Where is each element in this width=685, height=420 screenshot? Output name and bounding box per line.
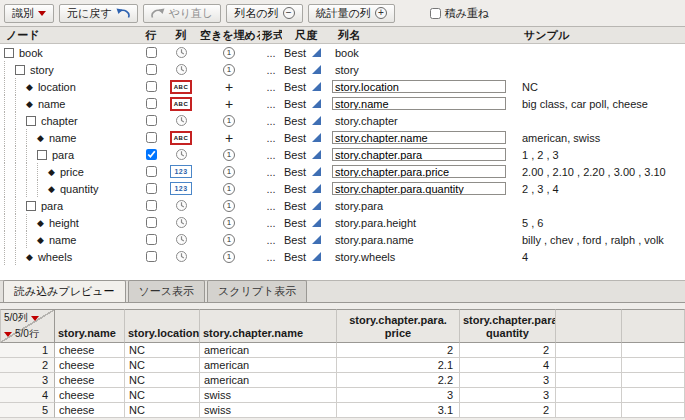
clock-icon[interactable] — [175, 63, 188, 76]
format-menu[interactable]: ... — [266, 132, 275, 144]
node-checkbox[interactable] — [15, 65, 25, 75]
character-column-icon[interactable]: ABC — [170, 131, 193, 145]
tab-import-preview[interactable]: 読み込みプレビュー — [3, 280, 126, 302]
columns-menu-icon[interactable] — [31, 316, 39, 321]
clock-icon[interactable] — [175, 233, 188, 246]
format-best-label[interactable]: Best — [284, 200, 306, 212]
format-menu[interactable]: ... — [266, 115, 275, 127]
format-best-label[interactable]: Best — [284, 115, 306, 127]
fill-first-icon[interactable]: 1 — [223, 234, 235, 246]
colname-input[interactable] — [332, 182, 506, 195]
node-checkbox[interactable] — [26, 201, 36, 211]
stats-column-button[interactable]: 統計量の列 + — [308, 4, 395, 23]
format-menu[interactable]: ... — [266, 166, 275, 178]
row-checkbox[interactable] — [146, 47, 157, 58]
continuous-scale-icon[interactable] — [312, 201, 321, 210]
row-checkbox[interactable] — [146, 98, 157, 109]
node-checkbox[interactable] — [26, 116, 36, 126]
clock-icon[interactable] — [175, 148, 188, 161]
fill-first-icon[interactable]: 1 — [223, 166, 235, 178]
format-menu[interactable]: ... — [266, 183, 275, 195]
stack-option[interactable]: 積み重ね — [430, 6, 490, 21]
character-column-icon[interactable]: ABC — [170, 97, 193, 111]
colname-column-button[interactable]: 列名の列 − — [226, 4, 302, 23]
clock-icon[interactable] — [175, 199, 188, 212]
row-checkbox[interactable] — [146, 132, 157, 143]
continuous-scale-icon[interactable] — [312, 99, 321, 108]
continuous-scale-icon[interactable] — [312, 184, 321, 193]
format-best-label[interactable]: Best — [284, 183, 306, 195]
colname-input[interactable] — [332, 97, 506, 110]
colname-input[interactable] — [332, 80, 506, 93]
continuous-scale-icon[interactable] — [312, 48, 321, 57]
plus-icon[interactable]: + — [225, 131, 233, 145]
fill-first-icon[interactable]: 1 — [223, 183, 235, 195]
fill-first-icon[interactable]: 1 — [223, 251, 235, 263]
continuous-scale-icon[interactable] — [312, 65, 321, 74]
fill-first-icon[interactable]: 1 — [223, 200, 235, 212]
row-checkbox[interactable] — [146, 81, 157, 92]
format-menu[interactable]: ... — [266, 47, 275, 59]
format-best-label[interactable]: Best — [284, 149, 306, 161]
colname-input[interactable] — [332, 148, 506, 161]
format-best-label[interactable]: Best — [284, 132, 306, 144]
plus-icon[interactable]: + — [225, 97, 233, 111]
format-best-label[interactable]: Best — [284, 234, 306, 246]
format-menu[interactable]: ... — [266, 64, 275, 76]
clock-icon[interactable] — [175, 250, 188, 263]
row-checkbox[interactable] — [146, 200, 157, 211]
continuous-scale-icon[interactable] — [312, 218, 321, 227]
format-menu[interactable]: ... — [266, 251, 275, 263]
colname-input[interactable] — [332, 165, 506, 178]
format-best-label[interactable]: Best — [284, 47, 306, 59]
row-checkbox[interactable] — [146, 166, 157, 177]
format-best-label[interactable]: Best — [284, 217, 306, 229]
clock-icon[interactable] — [175, 46, 188, 59]
fill-first-icon[interactable]: 1 — [223, 149, 235, 161]
clock-icon[interactable] — [175, 216, 188, 229]
fill-first-icon[interactable]: 1 — [223, 47, 235, 59]
redo-button[interactable]: やり直し — [143, 4, 222, 23]
row-checkbox[interactable] — [146, 115, 157, 126]
format-menu[interactable]: ... — [266, 98, 275, 110]
continuous-scale-icon[interactable] — [312, 82, 321, 91]
continuous-scale-icon[interactable] — [312, 235, 321, 244]
format-best-label[interactable]: Best — [284, 98, 306, 110]
colname-input[interactable] — [332, 131, 506, 144]
tab-source-view[interactable]: ソース表示 — [128, 280, 206, 302]
row-checkbox[interactable] — [146, 64, 157, 75]
row-checkbox[interactable] — [146, 251, 157, 262]
fill-first-icon[interactable]: 1 — [223, 217, 235, 229]
format-menu[interactable]: ... — [266, 200, 275, 212]
stack-checkbox[interactable] — [430, 8, 441, 19]
fill-first-icon[interactable]: 1 — [223, 115, 235, 127]
format-menu[interactable]: ... — [266, 217, 275, 229]
continuous-scale-icon[interactable] — [312, 116, 321, 125]
row-checkbox[interactable] — [146, 217, 157, 228]
undo-button[interactable]: 元に戻す — [59, 4, 138, 23]
format-menu[interactable]: ... — [266, 81, 275, 93]
node-checkbox[interactable] — [37, 150, 47, 160]
format-best-label[interactable]: Best — [284, 166, 306, 178]
identify-button[interactable]: 識別 — [4, 4, 54, 23]
fill-first-icon[interactable]: 1 — [223, 64, 235, 76]
format-menu[interactable]: ... — [266, 234, 275, 246]
format-best-label[interactable]: Best — [284, 64, 306, 76]
continuous-scale-icon[interactable] — [312, 252, 321, 261]
numeric-column-icon[interactable]: 123 — [170, 165, 191, 178]
row-checkbox[interactable] — [146, 149, 157, 160]
plus-icon[interactable]: + — [225, 80, 233, 94]
continuous-scale-icon[interactable] — [312, 150, 321, 159]
rows-menu-icon[interactable] — [4, 332, 12, 337]
node-checkbox[interactable] — [4, 48, 14, 58]
tab-script-view[interactable]: スクリプト表示 — [207, 280, 307, 302]
continuous-scale-icon[interactable] — [312, 167, 321, 176]
format-menu[interactable]: ... — [266, 149, 275, 161]
continuous-scale-icon[interactable] — [312, 133, 321, 142]
numeric-column-icon[interactable]: 123 — [170, 182, 191, 195]
format-best-label[interactable]: Best — [284, 81, 306, 93]
character-column-icon[interactable]: ABC — [170, 80, 193, 94]
clock-icon[interactable] — [175, 114, 188, 127]
row-checkbox[interactable] — [146, 183, 157, 194]
row-checkbox[interactable] — [146, 234, 157, 245]
